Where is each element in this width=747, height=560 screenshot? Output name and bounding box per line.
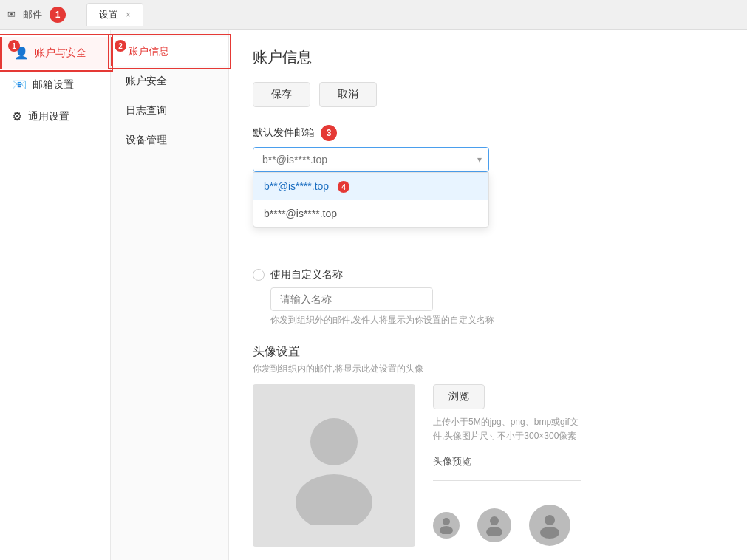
svg-point-4 [490,516,499,525]
settings-tab-label: 设置 [99,8,118,21]
upload-hint: 上传小于5M的jpg、png、bmp或gif文件,头像图片尺寸不小于300×30… [433,415,581,443]
mail-icon: ✉ [7,9,16,20]
submenu-item-log[interactable]: 日志查询 [111,96,228,126]
dropdown-option-2-label: b****@is****.top [264,208,337,219]
cancel-button[interactable]: 取消 [319,82,377,107]
mailbox-icon: 📧 [12,78,27,92]
email-dropdown-input[interactable] [253,147,489,172]
badge-4: 4 [338,181,349,193]
dropdown-option-1[interactable]: b**@is****.top 4 [253,173,488,200]
content-area: 账户信息 保存 取消 默认发件邮箱 3 ▾ b**@is****.top 4 b… [229,30,747,560]
settings-tab[interactable]: 设置 × [86,3,143,26]
custom-name-input[interactable] [270,287,433,311]
avatar-image-placeholder [253,384,415,547]
badge-1-overlay: 1 [8,40,20,52]
svg-point-2 [443,518,450,525]
svg-point-1 [296,474,372,525]
preview-avatar-small [433,512,460,539]
svg-point-7 [540,527,559,539]
svg-point-5 [486,527,502,536]
app-layout: 👤 账户与安全 1 📧 邮箱设置 ⚙ 通用设置 账户信息 2 账户安全 日志查询… [0,30,747,560]
preview-label: 头像预览 [433,455,723,468]
submenu-item-device[interactable]: 设备管理 [111,126,228,155]
custom-name-label: 使用自定义名称 [270,268,343,281]
mail-nav-item[interactable]: ✉ 邮件 1 [7,7,66,23]
avatar-section-desc: 你发到组织内的邮件,将显示此处设置的头像 [253,363,723,375]
avatar-right-panel: 浏览 上传小于5M的jpg、png、bmp或gif文件,头像图片尺寸不小于300… [433,384,723,546]
dropdown-option-1-label: b**@is****.top [264,180,329,192]
chevron-down-icon: ▾ [477,154,482,165]
submenu-label-device: 设备管理 [126,134,167,146]
sidebar-item-label-mailbox: 邮箱设置 [33,78,74,92]
page-title: 账户信息 [253,47,723,67]
svg-point-6 [545,515,555,525]
sidebar-item-account-security[interactable]: 👤 账户与安全 1 [0,37,110,69]
custom-name-toggle[interactable]: 使用自定义名称 [253,268,723,281]
svg-point-0 [310,418,358,465]
sidebar-item-general[interactable]: ⚙ 通用设置 [0,100,110,132]
sidebar-item-label-general: 通用设置 [28,110,69,123]
close-icon[interactable]: × [126,10,131,20]
preview-avatar-large [529,505,570,546]
sidebar-item-mailbox[interactable]: 📧 邮箱设置 [0,69,110,100]
preview-divider [433,480,581,481]
sidebar-item-label-account: 账户与安全 [35,47,86,60]
avatar-area: 浏览 上传小于5M的jpg、png、bmp或gif文件,头像图片尺寸不小于300… [253,384,723,547]
custom-name-hint: 你发到组织外的邮件,发件人将显示为你设置的自定义名称 [270,314,723,327]
action-buttons: 保存 取消 [253,82,723,107]
save-button[interactable]: 保存 [253,82,310,107]
radio-custom-name[interactable] [253,269,265,281]
email-dropdown-wrapper: ▾ b**@is****.top 4 b****@is****.top [253,147,489,172]
dropdown-option-2[interactable]: b****@is****.top [253,200,488,227]
title-bar: ✉ 邮件 1 设置 × [0,0,747,30]
default-email-label: 默认发件邮箱 [253,126,315,140]
svg-point-3 [440,526,453,534]
sidebar: 👤 账户与安全 1 📧 邮箱设置 ⚙ 通用设置 [0,30,111,560]
browse-button[interactable]: 浏览 [433,384,485,409]
badge-3: 3 [321,125,337,141]
preview-icons-row [433,505,723,546]
submenu-label-account-info: 账户信息 [128,45,169,57]
dropdown-list: b**@is****.top 4 b****@is****.top [253,172,489,228]
sub-menu: 账户信息 2 账户安全 日志查询 设备管理 [111,30,229,560]
submenu-label-security: 账户安全 [126,75,167,86]
default-email-section: 默认发件邮箱 3 [253,125,723,141]
badge-2-overlay: 2 [115,40,126,52]
preview-avatar-medium [477,508,511,542]
settings-icon: ⚙ [12,109,22,123]
mail-label: 邮件 [23,8,42,21]
badge-1: 1 [50,7,66,23]
avatar-section-title: 头像设置 [253,344,723,360]
submenu-item-account-info[interactable]: 账户信息 2 [111,37,228,66]
submenu-item-account-security[interactable]: 账户安全 [111,66,228,96]
submenu-label-log: 日志查询 [126,104,167,116]
